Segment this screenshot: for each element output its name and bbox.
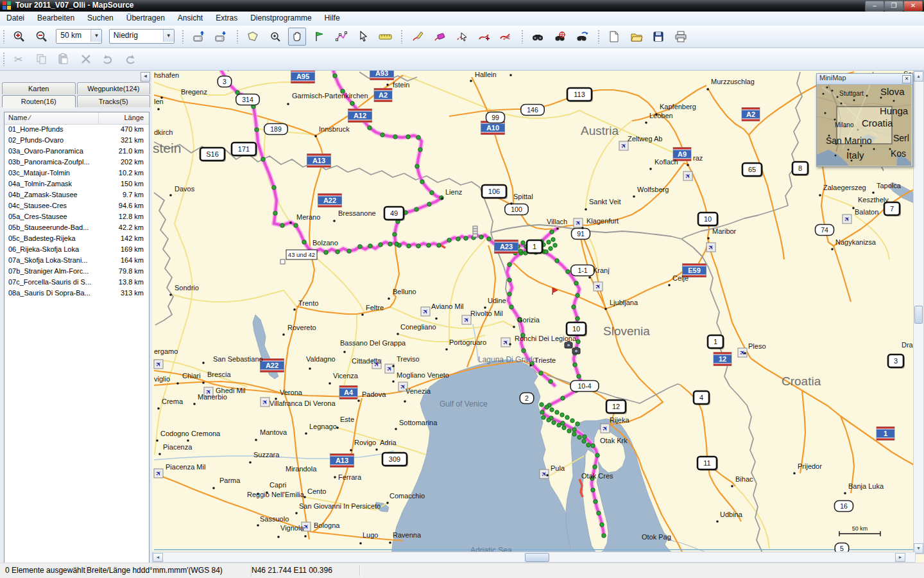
waypoint-dot[interactable] xyxy=(427,243,431,247)
waypoint-dot[interactable] xyxy=(597,511,601,515)
minimap-titlebar[interactable]: MiniMap ✕ xyxy=(817,74,912,85)
map-scale-combo[interactable]: 50 km▼ xyxy=(56,29,102,44)
scroll-thumb[interactable] xyxy=(914,306,923,324)
waypoint-dot[interactable] xyxy=(508,292,511,296)
waypoint-dot[interactable] xyxy=(430,191,434,195)
route-row[interactable]: 07c_Forcella-Sauris di S...13.8 km xyxy=(4,277,149,288)
waypoint-dot[interactable] xyxy=(464,236,468,240)
waypoint-dot[interactable] xyxy=(576,422,579,426)
waypoint-dot[interactable] xyxy=(550,230,554,234)
menu-ansicht[interactable]: Ansicht xyxy=(171,12,209,24)
waypoint-dot[interactable] xyxy=(578,435,581,439)
waypoint-dot[interactable] xyxy=(509,305,513,309)
waypoint-dot[interactable] xyxy=(549,380,552,383)
waypoint-dot[interactable] xyxy=(557,423,561,427)
waypoint-dot[interactable] xyxy=(572,305,576,309)
scroll-up-icon[interactable]: ▲ xyxy=(914,71,923,82)
map-tool-button[interactable] xyxy=(244,28,262,46)
waypoint-dot[interactable] xyxy=(388,242,392,246)
waypoint-dot[interactable] xyxy=(508,263,511,267)
waypoint-dot[interactable] xyxy=(261,157,265,161)
waypoint-dot[interactable] xyxy=(393,135,397,139)
waypoint-dot[interactable] xyxy=(420,180,424,184)
waypoint-dot[interactable] xyxy=(255,128,259,132)
waypoint-dot[interactable] xyxy=(302,240,306,244)
waypoint-dot[interactable] xyxy=(479,235,483,239)
route-row[interactable]: 02_Pfunds-Ovaro321 km xyxy=(4,135,149,146)
ruler-tool-button[interactable] xyxy=(377,28,395,46)
find-nearest-button[interactable] xyxy=(551,28,569,46)
waypoint-dot[interactable] xyxy=(562,426,566,430)
waypoint-dot[interactable] xyxy=(593,465,597,469)
waypoint-dot[interactable] xyxy=(381,133,384,137)
collapse-panel-button[interactable]: ◄ xyxy=(141,72,150,82)
waypoint-dot[interactable] xyxy=(574,281,578,285)
waypoint-dot[interactable] xyxy=(591,444,595,448)
cut-button[interactable]: ✂ xyxy=(10,50,28,68)
find-button[interactable] xyxy=(529,28,547,46)
column-length[interactable]: Länge xyxy=(99,112,149,124)
waypoint-dot[interactable] xyxy=(456,237,460,241)
tab-wegpunkte[interactable]: Wegpunkte(124) xyxy=(77,82,151,94)
track-erase-button[interactable] xyxy=(431,28,449,46)
route-row[interactable]: 07a_Skofja Loka-Strani...164 km xyxy=(4,255,149,266)
waypoint-dot[interactable] xyxy=(549,247,552,250)
waypoint-dot[interactable] xyxy=(595,453,599,457)
track-select-button[interactable] xyxy=(453,28,471,46)
undo-button[interactable] xyxy=(99,50,117,68)
route-row[interactable]: 08a_Sauris Di Sopra-Ba...313 km xyxy=(4,288,149,299)
track-join-button[interactable] xyxy=(475,28,493,46)
waypoint-dot[interactable] xyxy=(576,293,579,297)
waypoint-dot[interactable] xyxy=(602,534,606,538)
waypoint-dot[interactable] xyxy=(572,432,576,436)
waypoint-dot[interactable] xyxy=(518,249,522,253)
waypoint-dot[interactable] xyxy=(272,186,276,189)
minimap-close-icon[interactable]: ✕ xyxy=(902,75,911,83)
waypoint-dot[interactable] xyxy=(415,164,419,168)
waypoint-dot[interactable] xyxy=(576,317,579,320)
track-split-button[interactable]: ✂ xyxy=(497,28,515,46)
map-canvas[interactable]: A95A93A2A12A13A22A22A4A13A23A10A9A2E5912… xyxy=(152,71,924,563)
list-header[interactable]: Name ∕ Länge xyxy=(4,112,149,125)
receive-from-device-button[interactable] xyxy=(212,28,230,46)
selection-tool-button[interactable] xyxy=(354,28,372,46)
paste-button[interactable] xyxy=(55,50,73,68)
waypoint-dot[interactable] xyxy=(427,202,431,206)
waypoint-dot[interactable] xyxy=(567,429,571,433)
minimize-button[interactable]: – xyxy=(865,1,884,12)
route-row[interactable]: 05c_Badesteg-Rijeka142 km xyxy=(4,233,149,244)
send-to-device-button[interactable] xyxy=(190,28,208,46)
waypoint-dot[interactable] xyxy=(570,419,574,423)
map-graphics[interactable]: A95A93A2A12A13A22A22A4A13A23A10A9A2E5912… xyxy=(152,71,914,553)
waypoint-dot[interactable] xyxy=(544,250,548,254)
waypoint-dot[interactable] xyxy=(566,270,570,274)
waypoint-dot[interactable] xyxy=(540,403,543,407)
waypoint-dot[interactable] xyxy=(591,488,595,492)
waypoint-dot[interactable] xyxy=(407,244,411,248)
waypoint-dot[interactable] xyxy=(576,340,580,344)
waypoint-dot[interactable] xyxy=(582,439,586,443)
column-name[interactable]: Name xyxy=(8,114,27,121)
waypoint-dot[interactable] xyxy=(555,259,559,263)
waypoint-dot[interactable] xyxy=(540,410,544,414)
scroll-right-icon[interactable]: ► xyxy=(895,553,905,562)
minimap-graphics[interactable]: StuttgartSlovaHungaCroatiaMilanoSan Mari… xyxy=(817,85,911,166)
tab-karten[interactable]: Karten xyxy=(2,82,76,94)
waypoint-dot[interactable] xyxy=(336,250,339,254)
waypoint-dot[interactable] xyxy=(508,278,511,282)
waypoint-dot[interactable] xyxy=(552,421,556,425)
save-button[interactable] xyxy=(649,28,667,46)
waypoint-dot[interactable] xyxy=(521,241,525,245)
waypoint-dot[interactable] xyxy=(547,418,551,422)
waypoint-dot[interactable] xyxy=(416,244,420,248)
waypoint-dot[interactable] xyxy=(550,408,554,412)
waypoint-dot[interactable] xyxy=(437,243,441,247)
map-h-scrollbar[interactable]: ◄ ► xyxy=(152,552,916,563)
copy-button[interactable] xyxy=(33,50,51,68)
close-button[interactable]: ✕ xyxy=(903,1,923,12)
waypoint-dot[interactable] xyxy=(294,223,298,227)
chevron-down-icon[interactable]: ▼ xyxy=(90,30,101,42)
waypoint-dot[interactable] xyxy=(600,523,604,527)
waypoint-dot[interactable] xyxy=(583,435,586,439)
waypoint-dot[interactable] xyxy=(594,500,597,504)
